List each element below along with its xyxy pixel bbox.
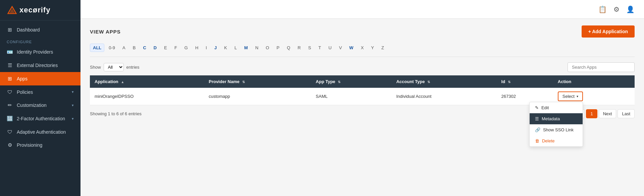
alpha-filter-btn-q[interactable]: Q xyxy=(284,44,293,52)
alpha-filter-btn-y[interactable]: Y xyxy=(368,44,377,52)
sidebar-item-2fa[interactable]: 🔢 2-Factor Authentication ▾ xyxy=(0,112,80,125)
alpha-filter-btn-g[interactable]: G xyxy=(181,44,191,52)
alpha-filter-btn-o[interactable]: O xyxy=(263,44,272,52)
logo-text: xecørify xyxy=(19,6,50,14)
metadata-icon: ☰ xyxy=(535,116,539,121)
alpha-filter-btn-i[interactable]: I xyxy=(203,44,210,52)
select-button[interactable]: Select ▾ xyxy=(558,91,583,101)
sidebar-item-identity-providers[interactable]: 🪪 Identity Providers xyxy=(0,45,80,59)
dropdown-item-metadata[interactable]: ☰Metadata xyxy=(530,113,583,124)
topbar: 📋 ⚙ 👤 xyxy=(80,0,644,19)
page-btn-1[interactable]: 1 xyxy=(586,109,597,118)
sort-icon: ⇅ xyxy=(427,80,430,84)
alpha-filter-btn-j[interactable]: J xyxy=(211,44,220,52)
sidebar-item-label: Apps xyxy=(17,76,28,81)
dropdown-item-delete[interactable]: 🗑Delete xyxy=(530,135,583,146)
cell-app_type: SAML xyxy=(311,88,391,105)
show-entries: Show All 10 25 50 100 entries xyxy=(90,63,140,71)
alpha-filter-btn-0-9[interactable]: 0-9 xyxy=(106,44,118,52)
logo-area: xecørify xyxy=(0,0,80,20)
settings-icon[interactable]: ⚙ xyxy=(613,5,620,13)
col-id: Id ⇅ xyxy=(497,75,553,88)
entries-label: entries xyxy=(126,65,140,70)
alpha-filter: ALL0-9ABCDEFGHIJKLMNOPQRSTUVWXYZ xyxy=(90,44,635,57)
page-title: VIEW APPS xyxy=(90,29,121,35)
chevron-down-icon: ▾ xyxy=(72,103,74,108)
caret-icon: ▾ xyxy=(577,94,578,98)
cell-account_type: Individual Account xyxy=(391,88,496,105)
table-controls: Show All 10 25 50 100 entries xyxy=(90,62,635,72)
cell-action: Select ▾✎Edit☰Metadata🔗Show SSO Link🗑Del… xyxy=(553,88,635,105)
show-sso-link-icon: 🔗 xyxy=(535,127,540,132)
sidebar-item-provisioning[interactable]: ⚙ Provisioning xyxy=(0,138,80,152)
dropdown-item-label: Edit xyxy=(541,105,549,110)
alpha-filter-btn-m[interactable]: M xyxy=(241,44,251,52)
customization-icon: ✏ xyxy=(7,102,13,108)
col-application: Application ▲ xyxy=(90,75,204,88)
sidebar-item-label: Policies xyxy=(17,89,33,95)
sidebar-item-customization[interactable]: ✏ Customization ▾ xyxy=(0,99,80,112)
sidebar-item-policies[interactable]: 🛡 Policies ▾ xyxy=(0,85,80,99)
alpha-filter-btn-k[interactable]: K xyxy=(221,44,230,52)
sort-icon: ⇅ xyxy=(338,80,340,84)
sidebar-item-label: 2-Factor Authentication xyxy=(17,116,65,121)
sidebar: xecørify ⊞ Dashboard Configure 🪪 Identit… xyxy=(0,0,80,196)
alpha-filter-btn-v[interactable]: V xyxy=(336,44,345,52)
content-area: VIEW APPS + Add Application ALL0-9ABCDEF… xyxy=(80,19,644,196)
alpha-filter-btn-c[interactable]: C xyxy=(140,44,149,52)
entries-select[interactable]: All 10 25 50 100 xyxy=(104,63,124,71)
dashboard-icon: ⊞ xyxy=(7,27,13,33)
alpha-filter-btn-p[interactable]: P xyxy=(273,44,282,52)
alpha-filter-btn-x[interactable]: X xyxy=(358,44,367,52)
sidebar-item-dashboard[interactable]: ⊞ Dashboard xyxy=(0,23,80,37)
sidebar-item-label: Identity Providers xyxy=(17,49,53,55)
dropdown-item-edit[interactable]: ✎Edit xyxy=(530,102,583,113)
table-row: miniOrangeIDPSSOcustomappSAMLIndividual … xyxy=(90,88,635,105)
alpha-filter-btn-e[interactable]: E xyxy=(161,44,170,52)
alpha-filter-btn-h[interactable]: H xyxy=(192,44,201,52)
adaptive-auth-icon: 🛡 xyxy=(7,129,13,135)
sidebar-item-external-directories[interactable]: ☰ External Directories xyxy=(0,59,80,72)
external-directories-icon: ☰ xyxy=(7,62,13,68)
sidebar-item-apps[interactable]: ⊞ Apps xyxy=(0,72,80,85)
alpha-filter-btn-z[interactable]: Z xyxy=(378,44,387,52)
apps-icon: ⊞ xyxy=(7,76,13,82)
sidebar-item-label: External Directories xyxy=(17,63,58,68)
alpha-filter-btn-u[interactable]: U xyxy=(325,44,334,52)
alpha-filter-btn-t[interactable]: T xyxy=(315,44,324,52)
dropdown-item-show-sso-link[interactable]: 🔗Show SSO Link xyxy=(530,124,583,135)
sidebar-item-label: Adaptive Authentication xyxy=(17,129,66,135)
col-account-type: Account Type ⇅ xyxy=(391,75,496,88)
docs-icon[interactable]: 📋 xyxy=(598,5,607,13)
alpha-filter-btn-all[interactable]: ALL xyxy=(90,44,104,52)
alpha-filter-btn-n[interactable]: N xyxy=(252,44,261,52)
alpha-filter-btn-b[interactable]: B xyxy=(130,44,139,52)
main-content: 📋 ⚙ 👤 VIEW APPS + Add Application ALL0-9… xyxy=(80,0,644,196)
sidebar-item-label: Customization xyxy=(17,103,47,108)
policies-icon: 🛡 xyxy=(7,89,13,95)
alpha-filter-btn-w[interactable]: W xyxy=(346,44,356,52)
alpha-filter-btn-d[interactable]: D xyxy=(151,44,160,52)
col-provider-name: Provider Name ⇅ xyxy=(204,75,311,88)
show-label: Show xyxy=(90,65,101,70)
alpha-filter-btn-f[interactable]: F xyxy=(171,44,180,52)
sort-icon: ⇅ xyxy=(508,80,511,84)
delete-icon: 🗑 xyxy=(535,138,539,143)
alpha-filter-btn-r[interactable]: R xyxy=(294,44,304,52)
col-app-type: App Type ⇅ xyxy=(311,75,391,88)
col-action: Action xyxy=(553,75,635,88)
sidebar-item-adaptive-auth[interactable]: 🛡 Adaptive Authentication xyxy=(0,125,80,138)
search-input[interactable] xyxy=(568,62,635,72)
chevron-down-icon: ▾ xyxy=(72,117,74,121)
cell-application: miniOrangeIDPSSO xyxy=(90,88,204,105)
page-btn-last[interactable]: Last xyxy=(618,109,635,118)
alpha-filter-btn-l[interactable]: L xyxy=(231,44,240,52)
alpha-filter-btn-s[interactable]: S xyxy=(305,44,314,52)
sidebar-nav: ⊞ Dashboard Configure 🪪 Identity Provide… xyxy=(0,20,80,196)
add-application-button[interactable]: + Add Application xyxy=(582,25,635,38)
sidebar-item-label: Provisioning xyxy=(17,142,42,148)
page-btn-next[interactable]: Next xyxy=(599,109,616,118)
user-icon[interactable]: 👤 xyxy=(626,5,635,13)
alpha-filter-btn-a[interactable]: A xyxy=(119,44,128,52)
view-apps-header: VIEW APPS + Add Application xyxy=(90,25,635,38)
